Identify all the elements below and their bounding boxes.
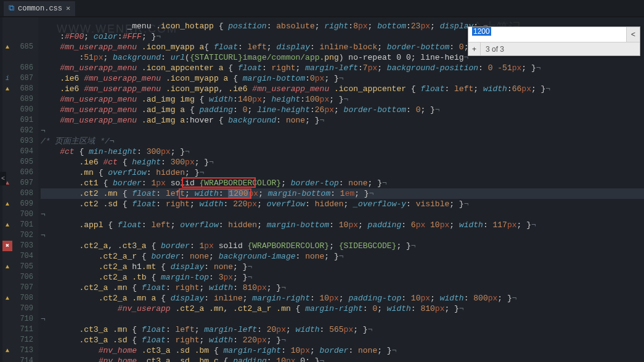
css3-icon: ⧉ [9, 4, 14, 13]
code-line[interactable]: .ct1 { border: 1px solid {WRAPBORDERCOLO… [41, 178, 644, 188]
tab-common-css[interactable]: ⧉ common.css ✕ [4, 1, 75, 16]
error-marker: ✖ [2, 241, 12, 251]
code-line[interactable]: /* 页面主区域 */¬ [41, 136, 644, 147]
warning-marker: ▲ [2, 345, 12, 356]
code-line[interactable]: ¬ [41, 230, 644, 241]
code-line[interactable]: .ct2_a .mn a { display: inline; margin-r… [41, 293, 644, 304]
search-prev-button[interactable]: < [626, 27, 640, 42]
tab-bar: ⧉ common.css ✕ [0, 0, 644, 17]
code-line[interactable]: #mn_userapp_menu .ad_img img { width:140… [41, 94, 644, 105]
code-line[interactable]: .mn { overflow: hidden; }¬ [41, 167, 644, 178]
code-line[interactable]: ¬ [41, 126, 644, 136]
search-result-count: 3 of 3 [481, 45, 504, 54]
warning-marker: ▲ [2, 199, 12, 209]
search-panel: 1200 < + 3 of 3 [468, 26, 640, 56]
warning-marker: ▲ [2, 262, 12, 272]
code-line[interactable]: .ct2_a h1.mt { display: none; }¬ [41, 262, 644, 272]
code-line[interactable]: .ct2 .mn { float: left; width: 1200px; m… [41, 188, 644, 199]
code-line[interactable]: .ct2 .sd { float: right; width: 220px; o… [41, 199, 644, 209]
tab-filename: common.css [18, 4, 62, 13]
code-line[interactable]: .ct2_a .tb { margin-top: 3px; }¬ [41, 272, 644, 283]
code-line[interactable]: .ct2_a .mn { float: right; width: 810px;… [41, 283, 644, 293]
code-line[interactable]: .ct3_a .mn { float: left; margin-left: 2… [41, 324, 644, 335]
code-line[interactable]: #ct { min-height: 300px; }¬ [41, 147, 644, 157]
panel-expand-arrow[interactable]: < [0, 172, 6, 185]
code-line[interactable]: #nv_userapp .ct2_a .mn, .ct2_a_r .mn { m… [41, 304, 644, 314]
code-line[interactable]: ¬ [41, 314, 644, 324]
gutter-markers: ▲i▲▲▲▲✖▲▲▲ [2, 17, 12, 362]
code-line[interactable]: .appl { float: left; overflow: hidden; m… [41, 220, 644, 230]
code-line[interactable]: #nv_home .ct3_a .sd .bm_c { padding: 10p… [41, 356, 644, 362]
code-line[interactable]: .ie6 #ct { height: 300px; }¬ [41, 157, 644, 167]
code-line[interactable]: ¬ [41, 209, 644, 220]
code-area[interactable]: WWW.WENRR.COM 仓大笔记 _menu .icon_hotapp { … [38, 17, 644, 362]
code-line[interactable]: #nv_home .ct3_a .sd .bm { margin-right: … [41, 345, 644, 356]
warning-marker: ▲ [2, 220, 12, 230]
editor: < ▲i▲▲▲▲✖▲▲▲ 685686687688689690691692693… [0, 17, 644, 362]
code-line[interactable]: .ie6 #mn_userapp_menu .icon_myapp, .ie6 … [41, 84, 644, 94]
warning-marker: ▲ [2, 293, 12, 304]
code-line[interactable]: .ie6 #mn_userapp_menu .icon_myapp a { ma… [41, 73, 644, 84]
code-line[interactable]: .ct3_a .sd { float: right; width: 220px;… [41, 335, 644, 345]
search-expand-button[interactable]: + [468, 42, 481, 55]
code-line[interactable]: #mn_userapp_menu .ad_img a:hover { backg… [41, 115, 644, 126]
warning-marker: ▲ [2, 42, 12, 52]
code-line[interactable]: #mn_userapp_menu .icon_appcenter a { flo… [41, 63, 644, 73]
code-line[interactable]: #mn_userapp_menu .ad_img a { padding: 0;… [41, 105, 644, 115]
close-icon[interactable]: ✕ [66, 4, 70, 13]
code-line[interactable]: .ct2_a, .ct3_a { border: 1px solid {WRAP… [41, 241, 644, 251]
warning-marker: ▲ [2, 84, 12, 94]
search-input[interactable]: 1200 [468, 27, 626, 42]
gutter-line-numbers: 6856866876886896906916926936946956966976… [12, 17, 38, 362]
code-line[interactable]: .ct2_a_r { border: none; background-imag… [41, 251, 644, 262]
info-marker: i [2, 73, 12, 84]
